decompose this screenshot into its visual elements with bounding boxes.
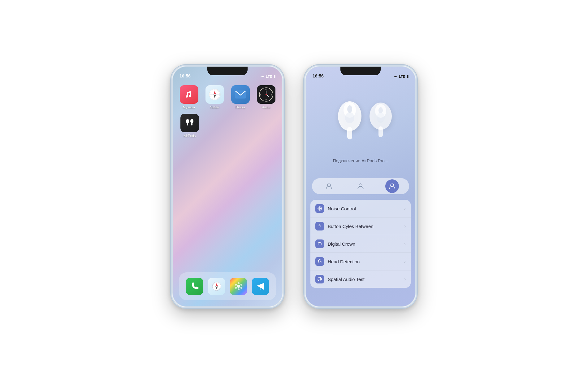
connection-text: Подключение AirPods Pro... [333,158,388,163]
notch [207,67,248,75]
button-chevron: › [404,224,406,229]
user-selector[interactable] [312,178,409,194]
svg-point-29 [235,287,237,289]
safari-icon-img [205,85,224,104]
battery-icon: ▮ [274,74,275,78]
svg-point-34 [347,105,352,113]
svg-rect-19 [191,123,192,125]
digital-crown-icon [315,239,324,248]
app-mail[interactable]: Почта [230,85,250,109]
phone-2: 16:56 ▪▪▪ LTE ▮ [303,64,418,309]
spatial-audio-icon [315,275,324,283]
dock-telegram[interactable] [252,278,269,295]
digital-crown-text: Digital Crown [328,241,355,247]
button-cycles-icon [315,222,324,230]
dock-phone[interactable] [186,278,203,295]
airpods-icon-img [180,114,199,132]
dock-photos[interactable] [230,278,247,295]
noise-chevron: › [404,206,406,211]
clock-icon-img: 12 6 9 3 [257,85,275,104]
status-icons-2: ▪▪▪ LTE ▮ [394,74,409,78]
svg-point-46 [319,208,320,209]
svg-rect-48 [319,242,320,243]
app-clock[interactable]: 12 6 9 3 Часы [256,85,276,109]
svg-text:12: 12 [265,89,267,90]
phone1-screen: 16:56 ▪▪▪ LTE ▮ Музыка [173,67,282,306]
settings-head-detection[interactable]: Head Detection › [310,253,411,270]
dock [179,272,276,300]
user-btn-3-active[interactable] [385,179,399,193]
settings-noise-left: Noise Control [315,204,356,213]
airpods-label: AirPods [184,134,196,138]
status-time-2: 16:56 [313,73,324,78]
app-row-1: Музыка Safari [179,85,276,109]
status-time: 16:56 [179,73,191,78]
phone2-screen: 16:56 ▪▪▪ LTE ▮ [306,67,415,306]
user-btn-2[interactable] [354,179,367,193]
signal-icon: ▪▪▪ [261,75,264,78]
crown-chevron: › [404,241,406,246]
button-cycles-text: Button Cyles Between [328,224,374,229]
svg-rect-38 [378,126,383,137]
settings-noise-control[interactable]: Noise Control › [310,200,411,217]
svg-point-25 [238,282,240,284]
user-btn-1[interactable] [322,179,336,193]
clock-label: Часы [262,105,270,109]
svg-point-28 [238,288,240,290]
spatial-chevron: › [404,277,406,282]
airpods-illustration [306,82,415,160]
dock-safari[interactable] [208,278,225,295]
music-icon-img [180,85,198,104]
app-airpods[interactable]: AirPods [179,114,201,138]
svg-point-16 [186,119,189,123]
noise-control-icon [315,204,324,213]
head-detection-text: Head Detection [328,259,360,264]
settings-digital-crown[interactable]: Digital Crown › [310,235,411,253]
svg-point-15 [266,94,267,95]
svg-point-27 [240,287,242,289]
svg-rect-17 [187,123,188,125]
airpods-svg [323,87,398,155]
airpods-connection-title: Подключение AirPods Pro... [306,158,415,164]
settings-spatial-left: Spatial Audio Test [315,275,365,283]
music-label: Музыка [183,105,195,109]
svg-point-40 [377,113,385,123]
svg-point-18 [190,119,193,123]
head-detection-icon [315,257,324,266]
settings-button-cycles[interactable]: Button Cyles Between › [310,217,411,235]
spatial-audio-text: Spatial Audio Test [328,277,365,282]
settings-head-left: Head Detection [315,257,360,266]
app-grid: Музыка Safari [173,85,282,142]
settings-crown-left: Digital Crown [315,239,355,248]
network-type: LTE [266,75,272,78]
status-icons: ▪▪▪ LTE ▮ [261,74,275,78]
mail-label: Почта [236,105,245,109]
svg-point-39 [378,107,383,113]
settings-list: Noise Control › Button Cyles Between › [310,200,411,288]
notch-2 [340,67,381,75]
svg-rect-47 [318,243,321,245]
svg-point-30 [235,284,237,286]
svg-point-24 [237,285,240,288]
settings-button-left: Button Cyles Between [315,222,374,230]
app-music[interactable]: Музыка [179,85,199,109]
head-chevron: › [404,259,406,264]
app-row-2: AirPods [179,114,276,138]
safari-label: Safari [210,105,219,109]
mail-icon-img [231,85,250,104]
svg-point-26 [240,284,242,286]
network-type-2: LTE [399,75,405,78]
svg-point-35 [345,112,354,123]
signal-icon-2: ▪▪▪ [394,75,397,78]
svg-rect-33 [347,127,352,139]
app-safari[interactable]: Safari [205,85,225,109]
noise-control-text: Noise Control [328,206,356,211]
battery-icon-2: ▮ [407,74,409,78]
settings-spatial-audio[interactable]: Spatial Audio Test › [310,270,411,288]
phone-1: 16:56 ▪▪▪ LTE ▮ Музыка [170,64,285,309]
